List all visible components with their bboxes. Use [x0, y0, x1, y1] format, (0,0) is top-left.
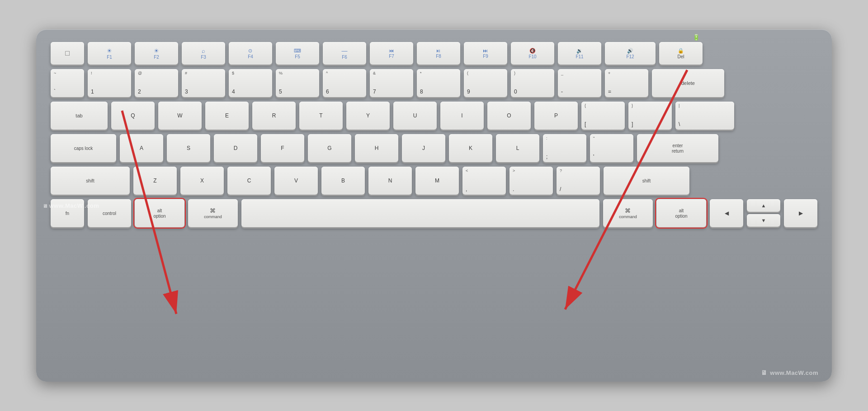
- key-rbracket[interactable]: } ]: [628, 102, 672, 130]
- key-slash[interactable]: ? /: [557, 167, 600, 195]
- key-v[interactable]: V: [274, 167, 318, 195]
- key-z[interactable]: Z: [133, 167, 177, 195]
- key-5[interactable]: % 5: [276, 69, 319, 97]
- key-f3[interactable]: ⌕ F3: [182, 42, 225, 65]
- key-capslock[interactable]: caps lock: [51, 134, 116, 162]
- key-tilde[interactable]: ~ `: [51, 69, 84, 97]
- key-l[interactable]: L: [496, 134, 539, 162]
- key-p[interactable]: P: [534, 102, 578, 130]
- key-f[interactable]: F: [261, 134, 304, 162]
- key-enter[interactable]: enter return: [637, 134, 718, 162]
- keyboard: □ ☀ F1 ☀ F2 ⌕ F3: [36, 29, 832, 382]
- key-space[interactable]: [241, 199, 599, 227]
- key-arrow-left[interactable]: ◀: [710, 199, 743, 227]
- key-command-left[interactable]: ⌘ command: [188, 199, 238, 227]
- zxcv-row: shift Z X C V B N M < , > .: [51, 167, 817, 195]
- qwerty-row: tab Q W E R T Y U I O P { [ } ]: [51, 102, 817, 130]
- key-delete[interactable]: delete: [652, 69, 724, 97]
- key-e[interactable]: E: [205, 102, 249, 130]
- key-fn[interactable]: fn: [51, 199, 84, 227]
- key-f8[interactable]: ⏯ F8: [417, 42, 460, 65]
- key-option-left[interactable]: alt option: [135, 199, 184, 227]
- key-q[interactable]: Q: [111, 102, 155, 130]
- key-f5[interactable]: ⌨ F5: [276, 42, 319, 65]
- key-semicolon[interactable]: : ;: [543, 134, 586, 162]
- key-w[interactable]: W: [158, 102, 202, 130]
- asdf-row: caps lock A S D F G H J K L : ; " ': [51, 134, 817, 162]
- key-n[interactable]: N: [368, 167, 412, 195]
- key-c[interactable]: C: [227, 167, 271, 195]
- key-d[interactable]: D: [214, 134, 257, 162]
- key-tab[interactable]: tab: [51, 102, 108, 130]
- key-f1[interactable]: ☀ F1: [88, 42, 131, 65]
- key-y[interactable]: Y: [346, 102, 390, 130]
- key-esc[interactable]: □: [51, 42, 84, 65]
- key-shift-left[interactable]: shift: [51, 167, 130, 195]
- key-del-fn[interactable]: 🔋 🔒 Del: [659, 42, 703, 65]
- key-t[interactable]: T: [299, 102, 343, 130]
- bottom-row: fn control alt option ⌘ command: [51, 199, 817, 227]
- key-m[interactable]: M: [415, 167, 459, 195]
- key-9[interactable]: ( 9: [464, 69, 507, 97]
- key-i[interactable]: I: [440, 102, 484, 130]
- arrow-up-down-group: ▲ ▼: [747, 199, 780, 227]
- key-f10[interactable]: 🔇 F10: [511, 42, 554, 65]
- key-minus[interactable]: _ -: [558, 69, 601, 97]
- key-control[interactable]: control: [88, 199, 131, 227]
- key-7[interactable]: & 7: [370, 69, 413, 97]
- key-o[interactable]: O: [487, 102, 531, 130]
- key-g[interactable]: G: [308, 134, 351, 162]
- key-backslash[interactable]: | \: [675, 102, 734, 130]
- keyboard-wrapper: 🖥www.MacW..com □ ☀ F1 ☀ F2: [36, 29, 832, 382]
- key-s[interactable]: S: [167, 134, 210, 162]
- key-f7[interactable]: ⏮ F7: [370, 42, 413, 65]
- key-f11[interactable]: 🔉 F11: [558, 42, 601, 65]
- key-r[interactable]: R: [252, 102, 296, 130]
- key-u[interactable]: U: [393, 102, 437, 130]
- key-6[interactable]: ^ 6: [323, 69, 366, 97]
- key-f6[interactable]: — F6: [323, 42, 366, 65]
- fn-key-row: □ ☀ F1 ☀ F2 ⌕ F3: [51, 42, 817, 65]
- key-h[interactable]: H: [355, 134, 398, 162]
- key-period[interactable]: > .: [509, 167, 553, 195]
- key-command-right[interactable]: ⌘ command: [603, 199, 653, 227]
- key-quote[interactable]: " ': [590, 134, 633, 162]
- key-8[interactable]: * 8: [417, 69, 460, 97]
- key-comma[interactable]: < ,: [462, 167, 506, 195]
- key-arrow-up[interactable]: ▲: [747, 199, 780, 212]
- key-equals[interactable]: + =: [605, 69, 648, 97]
- key-f12[interactable]: 🔊 F12: [605, 42, 656, 65]
- key-3[interactable]: # 3: [182, 69, 225, 97]
- key-f2[interactable]: ☀ F2: [135, 42, 178, 65]
- key-b[interactable]: B: [321, 167, 365, 195]
- key-0[interactable]: ) 0: [511, 69, 554, 97]
- key-shift-right[interactable]: shift: [604, 167, 689, 195]
- key-arrow-down[interactable]: ▼: [747, 214, 780, 227]
- key-x[interactable]: X: [180, 167, 224, 195]
- number-key-row: ~ ` ! 1 @ 2 # 3: [51, 69, 817, 97]
- key-4[interactable]: $ 4: [229, 69, 272, 97]
- key-j[interactable]: J: [402, 134, 445, 162]
- key-arrow-right[interactable]: ▶: [784, 199, 817, 227]
- key-a[interactable]: A: [120, 134, 163, 162]
- key-f9[interactable]: ⏭ F9: [464, 42, 507, 65]
- key-1[interactable]: ! 1: [88, 69, 131, 97]
- key-option-right[interactable]: alt option: [656, 199, 706, 227]
- key-k[interactable]: K: [449, 134, 492, 162]
- key-f4[interactable]: ⊙ F4: [229, 42, 272, 65]
- key-2[interactable]: @ 2: [135, 69, 178, 97]
- key-lbracket[interactable]: { [: [581, 102, 625, 130]
